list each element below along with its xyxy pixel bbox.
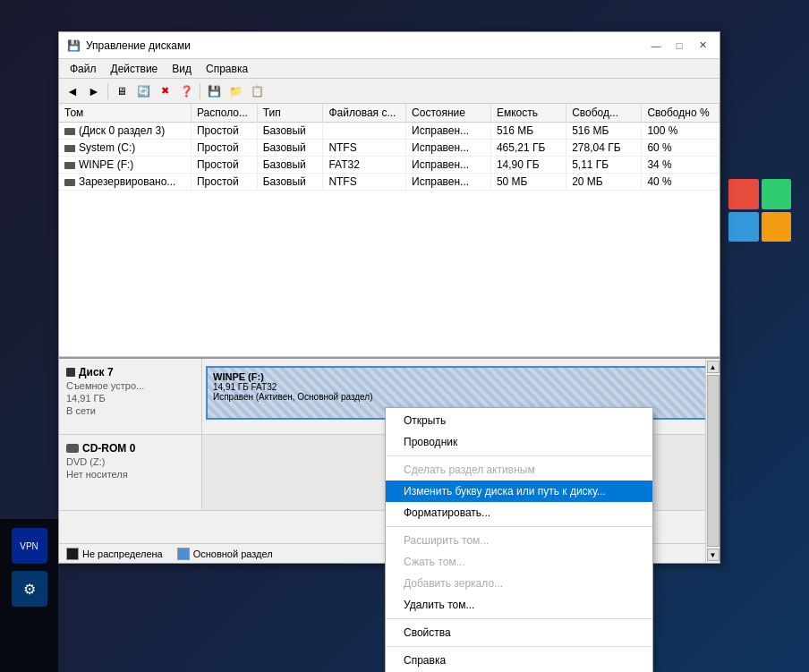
save-button[interactable]: 💾 (204, 81, 224, 101)
legend-primary-box (177, 548, 190, 560)
table-cell: System (C:) (59, 140, 191, 157)
context-menu-item: Добавить зеркало... (386, 573, 652, 594)
table-row[interactable]: Зарезервировано...ПростойБазовыйNTFSИспр… (59, 174, 720, 191)
context-menu-item[interactable]: Удалить том... (386, 594, 652, 616)
context-menu-item: Сжать том... (386, 551, 652, 573)
table-cell: (Диск 0 раздел 3) (59, 123, 191, 140)
help-button[interactable]: ❓ (176, 81, 196, 101)
col-volume[interactable]: Том (59, 104, 191, 123)
table-cell: Простой (191, 140, 257, 157)
logo-green (762, 179, 792, 209)
cdrom-title: CD-ROM 0 (66, 442, 194, 455)
legend-unallocated-box (66, 548, 79, 560)
table-row[interactable]: System (C:)ПростойБазовыйNTFSИсправен...… (59, 140, 720, 157)
logo-yellow (762, 212, 792, 242)
disk-row-icon (64, 179, 75, 186)
menu-bar: Файл Действие Вид Справка (59, 59, 720, 79)
table-row[interactable]: WINPE (F:)ПростойБазовыйFAT32Исправен...… (59, 157, 720, 174)
table-cell: Базовый (257, 157, 323, 174)
partition-winpe-size: 14,91 ГБ FAT32 (213, 382, 709, 392)
menu-help[interactable]: Справка (199, 61, 255, 77)
legend-unallocated: Не распределена (66, 548, 163, 560)
col-free-pct[interactable]: Свободно % (642, 104, 720, 123)
copy-button[interactable]: 📋 (247, 81, 267, 101)
col-status[interactable]: Состояние (406, 104, 491, 123)
disk-row-icon (64, 145, 75, 152)
context-menu-item[interactable]: Открыть (386, 410, 652, 431)
logo-red (728, 179, 759, 209)
close-button[interactable]: ✕ (693, 37, 712, 55)
menu-action[interactable]: Действие (104, 61, 166, 77)
table-cell: 40 % (642, 174, 720, 191)
col-type[interactable]: Тип (257, 104, 323, 123)
context-menu: ОткрытьПроводникСделать раздел активнымИ… (385, 407, 653, 672)
desktop: 💾 Управление дисками — □ ✕ Файл Действие… (0, 0, 809, 672)
window-icon: 💾 (66, 38, 81, 53)
back-button[interactable]: ◄ (63, 81, 82, 101)
taskbar-settings-icon[interactable]: ⚙ (12, 571, 47, 607)
windows-logo-decoration (728, 179, 796, 246)
col-capacity[interactable]: Емкость (490, 104, 566, 123)
rescan-button[interactable]: 🔄 (133, 81, 153, 101)
context-menu-separator (386, 618, 652, 619)
disk-7-icon (66, 368, 75, 377)
table-cell: Исправен... (406, 157, 491, 174)
scroll-down-arrow[interactable]: ▼ (707, 549, 720, 561)
toolbar-sep-2 (200, 83, 200, 99)
col-filesystem[interactable]: Файловая с... (323, 104, 406, 123)
context-menu-item[interactable]: Справка (386, 650, 652, 671)
taskbar-vpn-icon[interactable]: VPN (12, 528, 47, 564)
disk-table-area: Том Располо... Тип Файловая с... Состоян… (59, 104, 720, 357)
table-cell: WINPE (F:) (59, 157, 191, 174)
disk-table: Том Располо... Тип Файловая с... Состоян… (59, 104, 720, 191)
cdrom-label: CD-ROM 0 DVD (Z:) Нет носителя (59, 435, 202, 510)
disk-row-icon (64, 162, 75, 169)
menu-view[interactable]: Вид (165, 61, 199, 77)
title-bar: 💾 Управление дисками — □ ✕ (59, 32, 720, 59)
context-menu-separator (386, 646, 652, 647)
context-menu-item: Расширить том... (386, 530, 652, 551)
context-menu-item[interactable]: Свойства (386, 622, 652, 643)
table-cell: NTFS (323, 174, 406, 191)
cdrom-icon (66, 444, 79, 453)
disk-7-type: Съемное устро... (66, 380, 194, 391)
disk-row-icon (64, 128, 75, 135)
context-menu-item[interactable]: Форматировать... (386, 502, 652, 523)
table-cell: 278,04 ГБ (566, 140, 642, 157)
table-cell: 50 МБ (490, 174, 566, 191)
col-free[interactable]: Свобод... (566, 104, 642, 123)
taskbar-left: VPN ⚙ (0, 519, 58, 672)
table-cell: Простой (191, 123, 257, 140)
forward-button[interactable]: ► (84, 81, 104, 101)
disk-7-label: Диск 7 Съемное устро... 14,91 ГБ В сети (59, 359, 202, 434)
diskpart-button[interactable]: ✖ (155, 81, 175, 101)
properties-button[interactable]: 🖥 (112, 81, 132, 101)
table-header-row: Том Располо... Тип Файловая с... Состоян… (59, 104, 720, 123)
table-cell: Простой (191, 174, 257, 191)
cdrom-name: CD-ROM 0 (82, 442, 135, 455)
table-cell: Исправен... (406, 140, 491, 157)
menu-file[interactable]: Файл (63, 61, 104, 77)
partition-winpe-status: Исправен (Активен, Основной раздел) (213, 392, 709, 402)
table-row[interactable]: (Диск 0 раздел 3)ПростойБазовыйИсправен.… (59, 123, 720, 140)
disk-7-name: Диск 7 (79, 366, 114, 379)
table-cell: FAT32 (323, 157, 406, 174)
cdrom-status: Нет носителя (66, 469, 194, 480)
col-layout[interactable]: Располо... (191, 104, 257, 123)
minimize-button[interactable]: — (646, 37, 666, 55)
partition-winpe-label: WINPE (F:) (213, 371, 709, 382)
context-menu-separator (386, 526, 652, 527)
maximize-button[interactable]: □ (669, 37, 689, 55)
folder-button[interactable]: 📁 (226, 81, 245, 101)
table-cell: Исправен... (406, 123, 491, 140)
context-menu-item: Сделать раздел активным (386, 459, 652, 481)
window-title: Управление дисками (86, 39, 646, 52)
logo-blue (728, 212, 759, 242)
table-cell: 516 МБ (490, 123, 566, 140)
context-menu-item[interactable]: Проводник (386, 431, 652, 453)
disk-7-title: Диск 7 (66, 366, 194, 379)
context-menu-separator (386, 455, 652, 456)
legend-unallocated-label: Не распределена (82, 549, 163, 559)
legend-primary-label: Основной раздел (193, 549, 273, 559)
context-menu-item[interactable]: Изменить букву диска или путь к диску... (386, 481, 652, 502)
